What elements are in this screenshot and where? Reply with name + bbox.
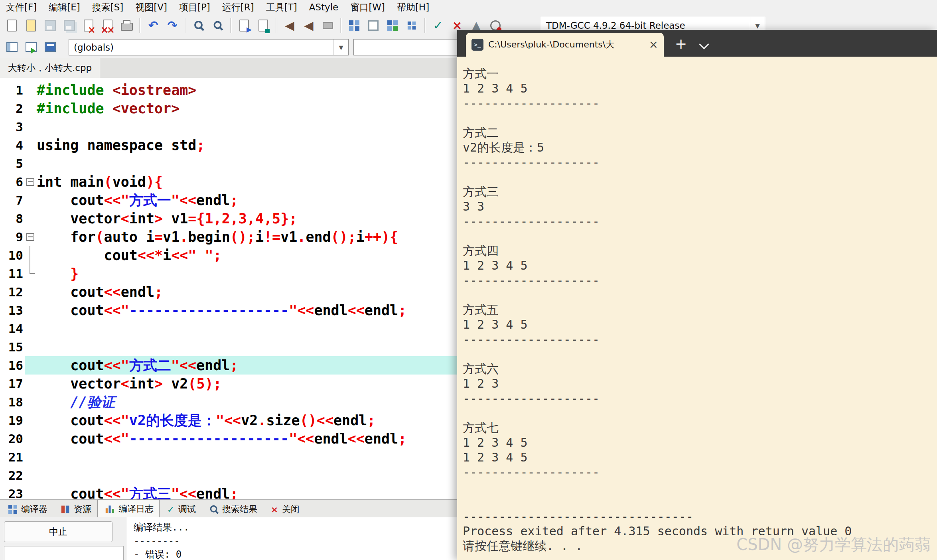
undo-button[interactable]: ↶ (144, 17, 163, 34)
code-text: cout<<"-------------------"<<endl<<endl; (37, 430, 406, 448)
line-number: 14 (0, 319, 25, 338)
goto-line-button[interactable] (235, 17, 254, 34)
console-line (463, 110, 937, 125)
panel2-icon (26, 42, 37, 52)
console-line: 1 2 3 4 5 (463, 258, 937, 273)
run-button[interactable] (364, 17, 383, 34)
line-number: 7 (0, 191, 25, 209)
console-line: 1 2 3 4 5 (463, 450, 937, 465)
save-button[interactable] (41, 17, 60, 34)
mag2-icon (212, 20, 224, 31)
close-all-button[interactable] (98, 17, 117, 34)
console-line (463, 288, 937, 302)
menu-item-edit[interactable]: 编辑[E] (43, 0, 86, 15)
print-button[interactable] (117, 17, 136, 34)
back-end-button[interactable]: ◀ (299, 17, 318, 34)
menu-item-astyle[interactable]: AStyle (303, 0, 345, 15)
floppy-icon (45, 20, 56, 31)
chevron-down-icon[interactable] (699, 39, 709, 49)
toggle-bookmark-button[interactable] (254, 17, 273, 34)
toggle-panel-button[interactable] (41, 38, 60, 56)
panel1-icon (6, 42, 18, 52)
console-tab[interactable]: C:\Users\pluk-\Documents\大 (466, 33, 664, 57)
save-all-button[interactable] (60, 17, 79, 34)
redo-icon: ↷ (166, 18, 179, 33)
abort-button[interactable]: 中止 (4, 521, 112, 542)
clear-icon (323, 22, 333, 29)
menu-item-search[interactable]: 搜索[S] (86, 0, 130, 15)
grids-icon (408, 21, 416, 29)
console-output[interactable]: 方式一1 2 3 4 5------------------- 方式二v2的长度… (457, 57, 937, 560)
editor-tab[interactable]: 大转小，小转大.cpp (0, 58, 100, 78)
bottom-tab-compiler[interactable]: 编译器 (1, 501, 53, 518)
fold-margin (25, 191, 37, 209)
new-file-button[interactable] (2, 17, 22, 34)
menu-item-file[interactable]: 文件[F] (0, 0, 43, 15)
line-number: 22 (0, 466, 25, 485)
console-line: ------------------- (463, 214, 937, 229)
bottom-tab-label: 编译日志 (118, 503, 154, 515)
console-line (463, 347, 937, 361)
syntax-check-button[interactable]: ✓ (428, 17, 448, 34)
menu-item-run[interactable]: 运行[R] (216, 0, 260, 15)
new-tab-button[interactable]: + (675, 37, 687, 51)
dropdown-arrow-icon[interactable] (333, 39, 348, 55)
fold-margin (25, 154, 37, 173)
bottom-tab-debug[interactable]: ✓调试 (160, 501, 202, 518)
code-text: cout<<endl; (37, 283, 163, 301)
compile-button[interactable] (345, 17, 364, 34)
menu-item-help[interactable]: 帮助[H] (391, 0, 435, 15)
close-file-button[interactable] (79, 17, 98, 34)
menu-item-tools[interactable]: 工具[T] (260, 0, 303, 15)
line-number: 5 (0, 154, 25, 173)
find-button[interactable] (189, 17, 208, 34)
fold-marker[interactable] (25, 173, 37, 191)
scope-combo[interactable]: (globals) (69, 39, 349, 55)
bottom-tab-label: 调试 (178, 503, 196, 515)
find-in-files-button[interactable] (208, 17, 227, 34)
toolbar-separator (340, 18, 342, 33)
console-line (463, 406, 937, 420)
close-tab-icon[interactable] (649, 39, 658, 50)
compile-run-button[interactable] (383, 17, 402, 34)
bottom-tab-search-results[interactable]: 搜索结果 (202, 501, 263, 518)
bottom-tab-label: 搜索结果 (222, 503, 257, 515)
editor-tab-label: 大转小，小转大.cpp (8, 62, 92, 74)
bottom-tab-resources[interactable]: 资源 (53, 501, 97, 518)
open-file-button[interactable] (22, 17, 41, 34)
line-number: 6 (0, 173, 25, 191)
back-window-button[interactable] (2, 38, 22, 56)
line-number: 17 (0, 375, 25, 393)
fold-marker[interactable] (25, 228, 37, 246)
clear-history-button[interactable] (318, 17, 337, 34)
rebuild-button[interactable] (402, 17, 421, 34)
redo-button[interactable]: ↷ (163, 17, 182, 34)
console-line: 方式七 (463, 420, 937, 435)
line-number: 3 (0, 118, 25, 136)
fold-margin (25, 411, 37, 430)
console-line: 1 2 3 (463, 376, 937, 391)
forward-window-button[interactable] (22, 38, 41, 56)
toolbar-separator (139, 18, 141, 33)
fold-margin (25, 209, 37, 228)
bottom-tab-compile-log[interactable]: 编译日志 (97, 499, 160, 518)
floppy2-icon (64, 20, 75, 31)
watermark: CSDN @努力学算法的蒟蒻 (736, 534, 931, 556)
line-number: 4 (0, 136, 25, 154)
panel3-icon (45, 42, 56, 52)
code-text: #include <iostream> (37, 81, 196, 99)
back-button[interactable]: ◀ (280, 17, 299, 34)
compile-info-list[interactable] (4, 546, 124, 560)
redx-icon: × (270, 504, 279, 515)
fold-margin (25, 319, 37, 338)
code-text: vector<int> v1={1,2,3,4,5}; (37, 209, 297, 228)
bottom-tab-close[interactable]: ×关闭 (263, 501, 306, 518)
menu-item-window[interactable]: 窗口[W] (344, 0, 391, 15)
console-line: 1 2 3 4 5 (463, 317, 937, 332)
menu-item-project[interactable]: 项目[P] (173, 0, 216, 15)
fold-margin (25, 81, 37, 99)
console-line: ------------------- (463, 332, 937, 347)
menu-item-view[interactable]: 视图[V] (129, 0, 173, 15)
fold-margin (25, 448, 37, 466)
console-window: C:\Users\pluk-\Documents\大 + 方式一1 2 3 4 … (457, 30, 937, 560)
